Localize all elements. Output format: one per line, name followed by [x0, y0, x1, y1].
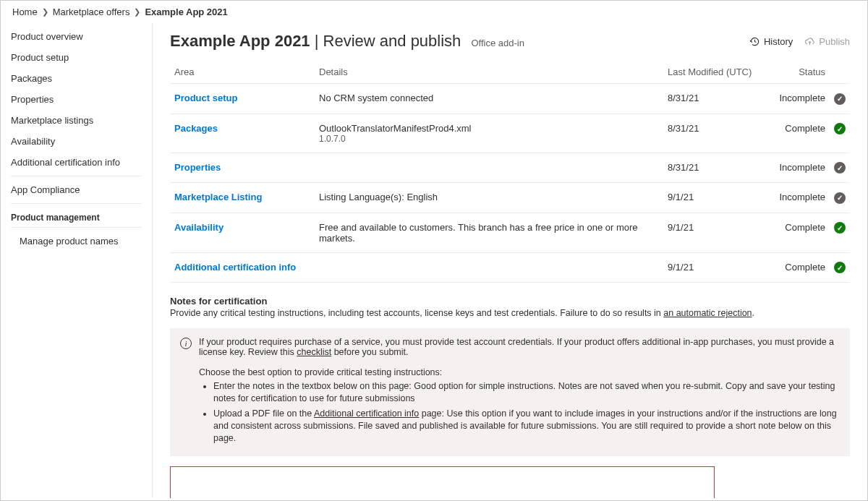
incomplete-icon: ✓	[834, 93, 846, 105]
details-text: OutlookTranslatorManifestProd4.xml	[319, 123, 472, 134]
area-link[interactable]: Marketplace Listing	[174, 192, 262, 202]
page-subtitle: Office add-in	[471, 38, 524, 48]
sidebar-item-certinfo[interactable]: Additional certification info	[1, 152, 152, 173]
info-box: i If your product requires purchase of a…	[170, 328, 850, 455]
sidebar-divider	[11, 176, 142, 176]
checkmark-icon: ✓	[834, 262, 846, 273]
sidebar-item-properties[interactable]: Properties	[1, 89, 152, 110]
table-row: Additional certification info9/1/21Compl…	[170, 252, 850, 283]
details-text: No CRM system connected	[319, 93, 433, 103]
incomplete-icon: ✓	[834, 192, 846, 204]
table-row: Product setupNo CRM system connected8/31…	[170, 84, 850, 114]
page-title-sep: |	[310, 32, 323, 50]
modified-date: 8/31/21	[668, 162, 699, 173]
sidebar-item-compliance[interactable]: App Compliance	[1, 179, 152, 200]
info-icon: i	[180, 338, 192, 349]
table-row: Properties8/31/21Incomplete✓	[170, 153, 850, 183]
table-row: PackagesOutlookTranslatorManifestProd4.x…	[170, 114, 850, 153]
details-text: Listing Language(s): English	[319, 192, 438, 202]
history-label: History	[764, 36, 793, 47]
info-line: If your product requires purchase of a s…	[199, 337, 840, 357]
sidebar-item-setup[interactable]: Product setup	[1, 47, 152, 68]
notes-description: Provide any critical testing instruction…	[170, 308, 850, 318]
notes-title: Notes for certification	[170, 296, 850, 307]
bullet-pdf: Upload a PDF file on the Additional cert…	[213, 408, 840, 445]
col-modified: Last Modified (UTC)	[663, 61, 757, 84]
history-icon	[749, 36, 760, 47]
col-area: Area	[170, 61, 315, 84]
breadcrumb-home[interactable]: Home	[12, 7, 38, 17]
checklist-link[interactable]: checklist	[297, 347, 331, 357]
status-text: Complete	[785, 222, 825, 233]
modified-date: 9/1/21	[668, 262, 694, 273]
area-link[interactable]: Product setup	[174, 93, 237, 103]
area-link[interactable]: Additional certification info	[174, 262, 296, 273]
breadcrumb: Home ❯ Marketplace offers ❯ Example App …	[1, 1, 867, 23]
choose-intro: Choose the best option to provide critic…	[199, 367, 840, 377]
sidebar-divider	[11, 227, 142, 228]
sidebar-section-label: Product management	[1, 207, 152, 227]
modified-date: 8/31/21	[668, 123, 699, 134]
page-title-app: Example App 2021	[170, 32, 310, 50]
modified-date: 9/1/21	[668, 222, 694, 233]
area-link[interactable]: Availability	[174, 222, 224, 233]
publish-header-button: Publish	[804, 36, 850, 47]
sidebar-item-packages[interactable]: Packages	[1, 68, 152, 89]
sidebar-item-availability[interactable]: Availability	[1, 131, 152, 152]
status-text: Complete	[785, 262, 825, 273]
history-button[interactable]: History	[749, 36, 793, 47]
area-link[interactable]: Properties	[174, 162, 221, 173]
col-details: Details	[315, 61, 663, 84]
col-status-icon	[830, 61, 850, 84]
table-row: AvailabilityFree and available to custom…	[170, 213, 850, 252]
status-text: Incomplete	[779, 192, 825, 202]
breadcrumb-current: Example App 2021	[145, 7, 227, 17]
sidebar-item-manage-names[interactable]: Manage product names	[1, 231, 152, 252]
status-text: Incomplete	[779, 93, 825, 103]
checkmark-icon: ✓	[834, 222, 846, 234]
bullet-textbox: Enter the notes in the textbox below on …	[213, 380, 840, 405]
notes-textarea[interactable]	[170, 466, 715, 498]
col-status: Status	[757, 61, 830, 84]
cloud-upload-icon	[804, 36, 815, 47]
breadcrumb-marketplace[interactable]: Marketplace offers	[53, 7, 130, 17]
sidebar-divider	[11, 203, 142, 204]
modified-date: 8/31/21	[668, 93, 699, 103]
status-text: Incomplete	[779, 162, 825, 173]
additional-cert-link[interactable]: Additional certification info	[314, 408, 419, 419]
review-table: Area Details Last Modified (UTC) Status …	[170, 61, 850, 283]
modified-date: 9/1/21	[668, 192, 694, 202]
main-content: Example App 2021 | Review and publish Of…	[153, 23, 867, 498]
details-sub: 1.0.7.0	[319, 134, 659, 144]
sidebar: Product overview Product setup Packages …	[1, 23, 153, 498]
checkmark-icon: ✓	[834, 123, 846, 134]
details-text: Free and available to customers. This br…	[319, 222, 638, 244]
auto-rejection-link[interactable]: an automatic rejection	[663, 308, 752, 318]
table-row: Marketplace ListingListing Language(s): …	[170, 183, 850, 213]
publish-label: Publish	[819, 36, 850, 47]
chevron-right-icon: ❯	[42, 7, 48, 17]
page-title-area: Example App 2021 | Review and publish Of…	[170, 32, 524, 51]
incomplete-icon: ✓	[834, 162, 846, 174]
status-text: Complete	[785, 123, 825, 134]
sidebar-item-listings[interactable]: Marketplace listings	[1, 110, 152, 131]
chevron-right-icon: ❯	[134, 7, 140, 17]
page-title-action: Review and publish	[323, 32, 461, 50]
area-link[interactable]: Packages	[174, 123, 218, 134]
sidebar-item-overview[interactable]: Product overview	[1, 26, 152, 47]
